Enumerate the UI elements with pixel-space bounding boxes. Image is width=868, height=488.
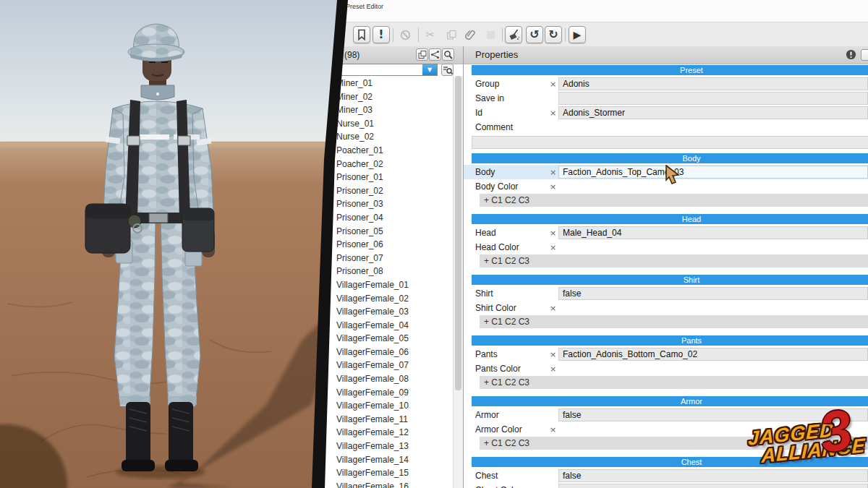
clear-value-button[interactable]: × [548, 167, 558, 178]
property-section: HeadHead×Male_Head_04Head Color×+ C1 C2 … [464, 214, 868, 267]
list-item[interactable]: VillagerFemale_06 [311, 346, 453, 359]
list-item[interactable]: Nurse_02 [311, 130, 453, 144]
undo-button[interactable]: ↺ [526, 26, 543, 43]
list-item[interactable]: VillagerFemale_16 [311, 480, 453, 488]
list-item[interactable]: VillagerFemale_11 [311, 413, 453, 427]
clear-value-button[interactable]: × [548, 228, 558, 239]
clean-button[interactable] [505, 26, 522, 43]
section-header-bar[interactable]: Shirt [472, 275, 868, 285]
list-item[interactable]: Prisoner_06 [311, 238, 453, 252]
list-item[interactable]: Prisoner_02 [311, 184, 453, 198]
partial-icon[interactable] [861, 49, 868, 61]
paste-button[interactable] [482, 26, 499, 43]
copy-button[interactable] [443, 26, 460, 43]
property-label: Shirt Color [475, 303, 548, 313]
property-value-field[interactable] [558, 484, 868, 488]
toolbar-separator [502, 28, 503, 42]
preset-list: Miner_01Miner_02Miner_03Nurse_01Nurse_02… [311, 77, 453, 488]
list-item[interactable]: Prisoner_04 [311, 211, 453, 225]
list-item[interactable]: Prisoner_07 [311, 252, 453, 265]
comment-field[interactable] [472, 136, 868, 149]
property-label: Body [475, 167, 548, 177]
attach-button[interactable] [461, 26, 479, 43]
clear-value-button[interactable]: × [548, 364, 558, 374]
list-item[interactable]: VillagerFemale_01 [311, 278, 453, 292]
list-item[interactable]: VillagerFemale_12 [311, 426, 453, 440]
hip-pouch-right [182, 208, 214, 252]
cascade-windows-button[interactable] [416, 48, 428, 61]
property-label: Body Color [475, 181, 548, 192]
property-row: Head×Male_Head_04 [464, 226, 868, 240]
paste-icon [485, 30, 496, 40]
section-header-bar[interactable]: Head [472, 214, 868, 224]
property-label: Comment [475, 122, 548, 132]
clear-value-button[interactable]: × [548, 108, 558, 119]
list-scrollbar[interactable] [453, 76, 463, 488]
property-label: Armor [475, 410, 548, 420]
list-item[interactable]: Prisoner_08 [311, 265, 453, 278]
property-value-field[interactable]: Adonis [558, 77, 868, 90]
color-channels-row[interactable]: + C1 C2 C3 [480, 315, 868, 328]
list-item[interactable]: VillagerFemale_09 [311, 386, 453, 400]
toolbar: ! ✂ [304, 22, 868, 48]
list-item[interactable]: VillagerFemale_07 [311, 359, 453, 372]
property-value-field[interactable]: Male_Head_04 [558, 226, 868, 239]
list-item[interactable]: Prisoner_03 [311, 197, 453, 211]
color-channels-row[interactable]: + C1 C2 C3 [480, 376, 868, 389]
list-item[interactable]: VillagerFemale_15 [311, 466, 453, 480]
section-header-bar[interactable]: Body [472, 153, 868, 163]
clear-value-button[interactable]: × [548, 424, 558, 435]
link-objects-button[interactable] [429, 48, 441, 61]
clear-value-button[interactable]: × [548, 303, 558, 314]
play-button[interactable]: ▶ [569, 26, 586, 43]
list-item[interactable]: VillagerFemale_14 [311, 453, 453, 467]
block-button[interactable] [396, 26, 414, 43]
property-value-field[interactable]: Faction_Adonis_Bottom_Camo_02 [558, 348, 868, 361]
cut-button[interactable]: ✂ [422, 26, 439, 43]
mark-important-button[interactable]: ! [373, 26, 390, 43]
list-item[interactable]: VillagerFemale_04 [311, 319, 453, 333]
clear-value-button[interactable]: × [548, 349, 558, 360]
redo-button[interactable]: ↻ [545, 26, 562, 43]
search-id-icon [443, 65, 453, 75]
section-header-bar[interactable]: Preset [472, 65, 868, 75]
mouse-cursor-icon [665, 165, 683, 185]
list-item[interactable]: Poacher_01 [311, 144, 453, 158]
section-header-bar[interactable]: Armor [472, 396, 868, 406]
list-item[interactable]: Prisoner_05 [311, 225, 453, 239]
character-3d-viewport[interactable] [0, 0, 354, 488]
list-item[interactable]: VillagerFemale_10 [311, 399, 453, 413]
property-row: Shirtfalse [464, 286, 868, 301]
list-item[interactable]: VillagerFemale_03 [311, 305, 453, 319]
properties-header: Properties [464, 46, 868, 64]
search-button[interactable] [442, 48, 454, 61]
preset-count-label: (98) [344, 50, 359, 60]
clear-value-button[interactable]: × [548, 181, 558, 192]
property-row: Group×Adonis [464, 77, 868, 91]
property-value-field[interactable]: Adonis_Stormer [558, 106, 868, 119]
property-label: Armor Color [475, 424, 548, 435]
list-item[interactable]: VillagerFemale_02 [311, 292, 453, 306]
list-item[interactable]: VillagerFemale_08 [311, 372, 453, 386]
locate-by-id-button[interactable] [441, 64, 454, 76]
bookmark-button[interactable] [353, 26, 370, 43]
list-scrollbar-thumb[interactable] [455, 76, 461, 390]
property-row: Head Color× [464, 240, 868, 254]
color-channels-row[interactable]: + C1 C2 C3 [480, 194, 868, 207]
list-item[interactable]: Poacher_02 [311, 158, 453, 171]
list-item[interactable]: Prisoner_01 [311, 171, 453, 184]
property-row: Shirt Color× [464, 301, 868, 315]
dropdown-arrow-button[interactable]: ▼ [422, 64, 437, 75]
color-channels-row[interactable]: + C1 C2 C3 [480, 254, 868, 267]
list-item[interactable]: VillagerFemale_05 [311, 332, 453, 346]
property-value-field[interactable] [558, 92, 868, 105]
list-item[interactable]: VillagerFemale_13 [311, 440, 453, 453]
warnings-button[interactable] [846, 49, 856, 63]
section-header-bar[interactable]: Pants [472, 335, 868, 346]
clear-value-button[interactable]: × [548, 79, 558, 90]
property-section: ShirtShirtfalseShirt Color×+ C1 C2 C3 [464, 275, 868, 328]
clear-value-button[interactable]: × [548, 242, 558, 253]
property-value-field[interactable]: false [558, 287, 868, 300]
property-value-field[interactable]: Faction_Adonis_Top_Camo_03 [558, 166, 868, 179]
search-icon [443, 50, 453, 59]
